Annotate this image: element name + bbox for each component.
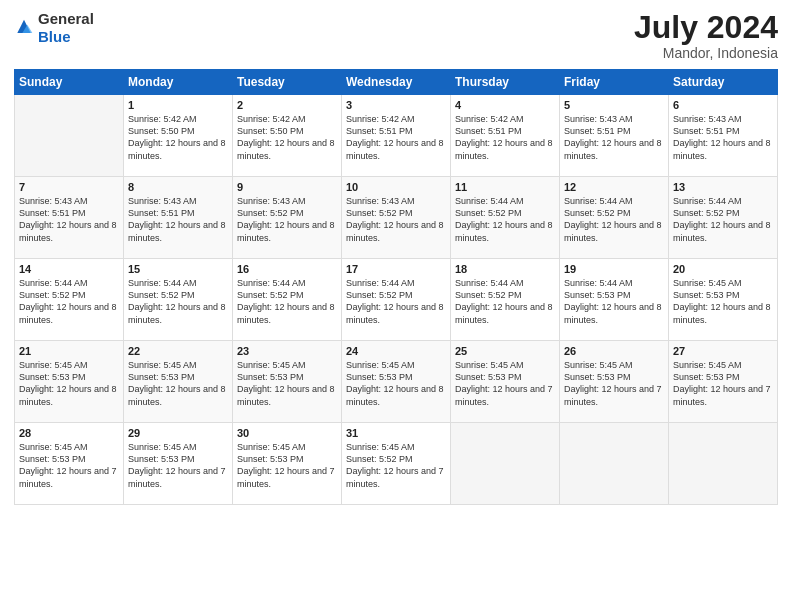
cell-info: Sunrise: 5:44 AM Sunset: 5:52 PM Dayligh…	[237, 277, 337, 326]
daylight-label: Daylight: 12 hours and 8 minutes.	[455, 302, 553, 324]
sunrise-label: Sunrise: 5:43 AM	[673, 114, 742, 124]
sunset-label: Sunset: 5:50 PM	[237, 126, 304, 136]
sunset-label: Sunset: 5:52 PM	[237, 208, 304, 218]
daylight-label: Daylight: 12 hours and 8 minutes.	[19, 384, 117, 406]
daylight-label: Daylight: 12 hours and 7 minutes.	[346, 466, 444, 488]
day-number: 18	[455, 263, 555, 275]
sunrise-label: Sunrise: 5:44 AM	[237, 278, 306, 288]
sunset-label: Sunset: 5:52 PM	[346, 454, 413, 464]
calendar-cell: 6 Sunrise: 5:43 AM Sunset: 5:51 PM Dayli…	[669, 95, 778, 177]
calendar-cell: 13 Sunrise: 5:44 AM Sunset: 5:52 PM Dayl…	[669, 177, 778, 259]
calendar-cell: 15 Sunrise: 5:44 AM Sunset: 5:52 PM Dayl…	[124, 259, 233, 341]
sunrise-label: Sunrise: 5:42 AM	[346, 114, 415, 124]
sunset-label: Sunset: 5:51 PM	[564, 126, 631, 136]
calendar-cell: 30 Sunrise: 5:45 AM Sunset: 5:53 PM Dayl…	[233, 423, 342, 505]
cell-info: Sunrise: 5:44 AM Sunset: 5:52 PM Dayligh…	[455, 277, 555, 326]
sunset-label: Sunset: 5:50 PM	[128, 126, 195, 136]
day-number: 15	[128, 263, 228, 275]
day-number: 1	[128, 99, 228, 111]
daylight-label: Daylight: 12 hours and 8 minutes.	[128, 302, 226, 324]
day-number: 25	[455, 345, 555, 357]
col-thursday: Thursday	[451, 70, 560, 95]
calendar-cell: 1 Sunrise: 5:42 AM Sunset: 5:50 PM Dayli…	[124, 95, 233, 177]
sunset-label: Sunset: 5:51 PM	[673, 126, 740, 136]
sunset-label: Sunset: 5:51 PM	[346, 126, 413, 136]
sunset-label: Sunset: 5:52 PM	[564, 208, 631, 218]
month-year: July 2024	[634, 10, 778, 45]
sunset-label: Sunset: 5:53 PM	[128, 372, 195, 382]
calendar-cell	[560, 423, 669, 505]
day-number: 23	[237, 345, 337, 357]
daylight-label: Daylight: 12 hours and 8 minutes.	[455, 220, 553, 242]
sunrise-label: Sunrise: 5:44 AM	[564, 278, 633, 288]
cell-info: Sunrise: 5:45 AM Sunset: 5:53 PM Dayligh…	[128, 359, 228, 408]
header-row: General Blue July 2024 Mandor, Indonesia	[14, 10, 778, 61]
calendar-cell: 26 Sunrise: 5:45 AM Sunset: 5:53 PM Dayl…	[560, 341, 669, 423]
daylight-label: Daylight: 12 hours and 7 minutes.	[564, 384, 662, 406]
calendar-week-1: 1 Sunrise: 5:42 AM Sunset: 5:50 PM Dayli…	[15, 95, 778, 177]
sunset-label: Sunset: 5:53 PM	[455, 372, 522, 382]
sunset-label: Sunset: 5:52 PM	[19, 290, 86, 300]
calendar-week-5: 28 Sunrise: 5:45 AM Sunset: 5:53 PM Dayl…	[15, 423, 778, 505]
sunset-label: Sunset: 5:53 PM	[19, 454, 86, 464]
sunrise-label: Sunrise: 5:42 AM	[455, 114, 524, 124]
title-block: July 2024 Mandor, Indonesia	[634, 10, 778, 61]
sunset-label: Sunset: 5:52 PM	[346, 290, 413, 300]
cell-info: Sunrise: 5:43 AM Sunset: 5:52 PM Dayligh…	[346, 195, 446, 244]
cell-info: Sunrise: 5:45 AM Sunset: 5:53 PM Dayligh…	[346, 359, 446, 408]
cell-info: Sunrise: 5:44 AM Sunset: 5:52 PM Dayligh…	[673, 195, 773, 244]
sunset-label: Sunset: 5:53 PM	[346, 372, 413, 382]
sunrise-label: Sunrise: 5:45 AM	[455, 360, 524, 370]
day-number: 10	[346, 181, 446, 193]
cell-info: Sunrise: 5:45 AM Sunset: 5:53 PM Dayligh…	[19, 441, 119, 490]
daylight-label: Daylight: 12 hours and 8 minutes.	[346, 384, 444, 406]
cell-info: Sunrise: 5:45 AM Sunset: 5:53 PM Dayligh…	[455, 359, 555, 408]
calendar-cell: 29 Sunrise: 5:45 AM Sunset: 5:53 PM Dayl…	[124, 423, 233, 505]
cell-info: Sunrise: 5:43 AM Sunset: 5:51 PM Dayligh…	[19, 195, 119, 244]
calendar-week-2: 7 Sunrise: 5:43 AM Sunset: 5:51 PM Dayli…	[15, 177, 778, 259]
daylight-label: Daylight: 12 hours and 8 minutes.	[237, 138, 335, 160]
daylight-label: Daylight: 12 hours and 8 minutes.	[564, 138, 662, 160]
day-number: 3	[346, 99, 446, 111]
sunset-label: Sunset: 5:53 PM	[237, 454, 304, 464]
day-number: 20	[673, 263, 773, 275]
sunrise-label: Sunrise: 5:43 AM	[564, 114, 633, 124]
calendar-cell: 2 Sunrise: 5:42 AM Sunset: 5:50 PM Dayli…	[233, 95, 342, 177]
calendar-cell: 22 Sunrise: 5:45 AM Sunset: 5:53 PM Dayl…	[124, 341, 233, 423]
cell-info: Sunrise: 5:42 AM Sunset: 5:50 PM Dayligh…	[128, 113, 228, 162]
daylight-label: Daylight: 12 hours and 8 minutes.	[673, 220, 771, 242]
calendar-cell: 11 Sunrise: 5:44 AM Sunset: 5:52 PM Dayl…	[451, 177, 560, 259]
sunrise-label: Sunrise: 5:43 AM	[128, 196, 197, 206]
cell-info: Sunrise: 5:45 AM Sunset: 5:53 PM Dayligh…	[564, 359, 664, 408]
sunrise-label: Sunrise: 5:43 AM	[346, 196, 415, 206]
day-number: 11	[455, 181, 555, 193]
daylight-label: Daylight: 12 hours and 8 minutes.	[128, 138, 226, 160]
col-monday: Monday	[124, 70, 233, 95]
day-number: 9	[237, 181, 337, 193]
cell-info: Sunrise: 5:44 AM Sunset: 5:52 PM Dayligh…	[128, 277, 228, 326]
daylight-label: Daylight: 12 hours and 8 minutes.	[455, 138, 553, 160]
sunrise-label: Sunrise: 5:45 AM	[346, 360, 415, 370]
calendar-cell: 24 Sunrise: 5:45 AM Sunset: 5:53 PM Dayl…	[342, 341, 451, 423]
day-number: 6	[673, 99, 773, 111]
sunrise-label: Sunrise: 5:45 AM	[128, 360, 197, 370]
cell-info: Sunrise: 5:43 AM Sunset: 5:52 PM Dayligh…	[237, 195, 337, 244]
logo-blue: Blue	[38, 28, 71, 45]
sunrise-label: Sunrise: 5:44 AM	[673, 196, 742, 206]
daylight-label: Daylight: 12 hours and 8 minutes.	[237, 384, 335, 406]
daylight-label: Daylight: 12 hours and 8 minutes.	[346, 302, 444, 324]
day-number: 4	[455, 99, 555, 111]
calendar-cell: 31 Sunrise: 5:45 AM Sunset: 5:52 PM Dayl…	[342, 423, 451, 505]
cell-info: Sunrise: 5:45 AM Sunset: 5:53 PM Dayligh…	[19, 359, 119, 408]
cell-info: Sunrise: 5:43 AM Sunset: 5:51 PM Dayligh…	[673, 113, 773, 162]
daylight-label: Daylight: 12 hours and 8 minutes.	[19, 302, 117, 324]
calendar-cell: 14 Sunrise: 5:44 AM Sunset: 5:52 PM Dayl…	[15, 259, 124, 341]
day-number: 26	[564, 345, 664, 357]
sunrise-label: Sunrise: 5:42 AM	[237, 114, 306, 124]
cell-info: Sunrise: 5:45 AM Sunset: 5:52 PM Dayligh…	[346, 441, 446, 490]
day-number: 13	[673, 181, 773, 193]
day-number: 8	[128, 181, 228, 193]
daylight-label: Daylight: 12 hours and 7 minutes.	[673, 384, 771, 406]
day-number: 7	[19, 181, 119, 193]
day-number: 5	[564, 99, 664, 111]
